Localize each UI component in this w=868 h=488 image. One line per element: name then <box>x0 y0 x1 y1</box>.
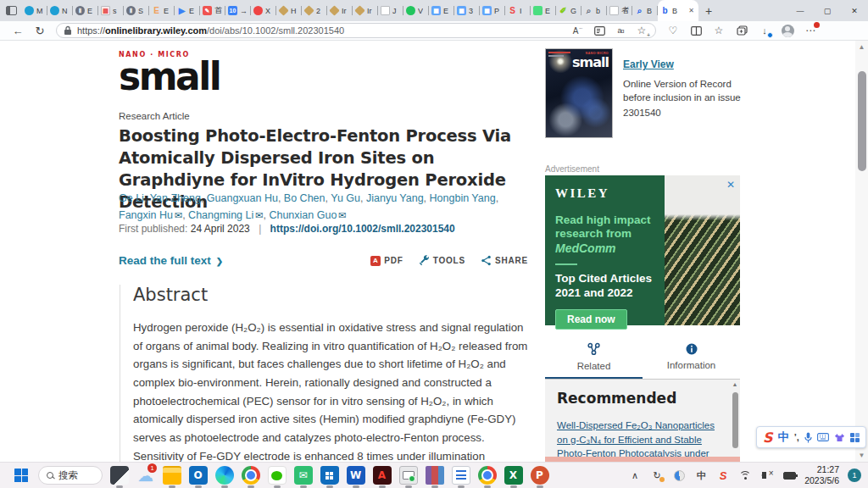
page-scrollbar[interactable]: ▲ ▼ <box>855 41 868 462</box>
read-full-text-link[interactable]: Read the full text❯ <box>119 254 223 267</box>
recommended-scrollbar[interactable]: ▲ <box>731 381 739 462</box>
recommended-article-link[interactable]: Well-Dispersed Fe₂O₃ Nanoparticles on g-… <box>557 419 720 462</box>
browser-tab[interactable]: ▤ s <box>98 0 124 21</box>
early-view-link[interactable]: Early View <box>623 58 674 70</box>
browser[interactable] <box>474 463 500 488</box>
doi-link[interactable]: https://doi.org/10.1002/smll.202301540 <box>270 223 455 235</box>
ad-read-now-button[interactable]: Read now <box>555 309 627 330</box>
author-link[interactable]: Yu Gu <box>331 192 360 204</box>
address-bar[interactable]: https://onlinelibrary.wiley.com/doi/abs/… <box>56 23 656 38</box>
author-link[interactable]: Yan Zheng <box>150 192 201 204</box>
browser-tab[interactable]: E <box>531 0 556 21</box>
browser-tab[interactable]: ⌕ B <box>632 0 658 21</box>
skin-icon[interactable] <box>834 433 845 442</box>
sogou-logo[interactable]: S <box>763 430 773 446</box>
start-button[interactable] <box>8 463 34 488</box>
netdisk-icon[interactable] <box>672 469 686 482</box>
browser-tab[interactable]: M <box>22 0 47 21</box>
read-aloud-icon[interactable]: A⌒ <box>571 24 585 37</box>
scroll-up-icon[interactable]: ▲ <box>855 43 868 51</box>
sync-icon[interactable]: ↻ <box>650 469 664 482</box>
winrar[interactable] <box>421 463 448 488</box>
pdf-button[interactable]: A PDF <box>370 256 403 266</box>
powerpoint[interactable] <box>526 463 553 488</box>
refresh-icon[interactable]: ↻ <box>29 21 51 40</box>
taskbar-clock[interactable]: 21:27 2023/5/6 <box>804 464 839 486</box>
browser-tab[interactable]: ✐ G <box>556 0 581 21</box>
browser-tab[interactable]: Ir <box>327 0 353 21</box>
browser-tab[interactable]: H <box>276 0 302 21</box>
browser-tab[interactable]: E E <box>149 0 175 21</box>
downloads-icon[interactable]: ↓ <box>758 24 771 37</box>
notification-count-badge[interactable]: 1 <box>848 469 861 482</box>
chevron-up-icon[interactable]: ∧ <box>628 469 642 482</box>
tab-information[interactable]: Information <box>643 339 740 380</box>
more-menu-icon[interactable]: ⋯ <box>804 24 817 37</box>
journal-cover-image[interactable]: NANO·MICRO small <box>545 48 613 138</box>
tab-search-menu-button[interactable] <box>0 0 22 21</box>
advertisement[interactable]: WILEY Read high impact research fromMedC… <box>545 175 740 325</box>
email-icon[interactable]: ✉ <box>338 210 346 220</box>
author-link[interactable]: Jianyu Yang <box>366 192 424 204</box>
window-maximize-button[interactable]: ▢ <box>814 0 841 21</box>
browser-tab[interactable]: ▶ E <box>175 0 200 21</box>
author-link[interactable]: Chunxian Guo <box>269 209 337 221</box>
sogou-tray-icon[interactable]: S <box>716 469 730 482</box>
browser-tab[interactable]: ⌕ b <box>581 0 607 21</box>
browser-tab[interactable]: Ir <box>353 0 378 21</box>
browser-tab[interactable]: ✎ 首 <box>200 0 225 21</box>
browser-tab[interactable]: 者 <box>607 0 632 21</box>
tab-related[interactable]: Related <box>545 339 643 380</box>
microphone-icon[interactable] <box>804 432 812 443</box>
author-link[interactable]: Hongbin Yang <box>430 192 496 204</box>
mail[interactable] <box>290 463 316 488</box>
author-link[interactable]: Bo Chen <box>284 192 326 204</box>
author-link[interactable]: Guangxuan Hu <box>207 192 278 204</box>
browser-tab[interactable]: Ⅱ E <box>73 0 98 21</box>
favorites-icon[interactable]: ☆ <box>712 24 726 37</box>
scroll-down-icon[interactable]: ▼ <box>855 452 868 459</box>
wifi-icon[interactable] <box>738 469 752 482</box>
scrollbar-thumb[interactable] <box>732 392 738 448</box>
share-button[interactable]: SHARE <box>481 255 528 266</box>
screen-share[interactable] <box>395 463 421 488</box>
task-view[interactable] <box>106 463 132 488</box>
scrollbar-thumb[interactable] <box>858 71 866 171</box>
scroll-up-icon[interactable]: ▲ <box>731 381 739 387</box>
author-link[interactable]: Ge Li <box>119 192 144 204</box>
chrome[interactable] <box>237 463 264 488</box>
immersive-reader-icon[interactable] <box>593 24 606 37</box>
browser-tab[interactable]: ▦ E <box>429 0 454 21</box>
menu-grid-icon[interactable] <box>850 433 860 442</box>
email-icon[interactable]: ✉ <box>175 210 182 220</box>
author-link[interactable]: Changming Li <box>188 209 253 221</box>
author-link[interactable]: Fangxin Hu <box>119 209 173 221</box>
browser-tab[interactable]: V <box>403 0 429 21</box>
word[interactable] <box>342 463 369 488</box>
window-close-button[interactable]: ✕ <box>841 0 868 21</box>
store[interactable] <box>316 463 342 488</box>
browser-tab[interactable]: 10 → <box>225 0 251 21</box>
back-icon[interactable]: ← <box>7 21 29 40</box>
browser-tab[interactable]: J <box>378 0 403 21</box>
tools-button[interactable]: TOOLS <box>419 255 465 266</box>
journal-logo[interactable]: NANO · MICRO small <box>119 51 220 92</box>
browser-tab[interactable]: Ⅱ S <box>124 0 149 21</box>
volume-mute-icon[interactable] <box>760 469 774 482</box>
battery-icon[interactable] <box>782 469 796 482</box>
acrobat[interactable] <box>369 463 395 488</box>
browser-tab[interactable]: ▦ 3 <box>454 0 480 21</box>
collections-icon[interactable] <box>735 24 748 37</box>
browser-essentials-icon[interactable]: ♡ <box>666 24 680 37</box>
wechat[interactable] <box>264 463 290 488</box>
browser-tab[interactable]: 2 <box>302 0 327 21</box>
notes[interactable] <box>448 463 474 488</box>
outlook[interactable] <box>185 463 211 488</box>
split-screen-icon[interactable] <box>689 24 703 37</box>
browser-tab[interactable]: X <box>251 0 276 21</box>
browser-tab[interactable]: S I <box>505 0 531 21</box>
keyboard-icon[interactable] <box>817 433 829 441</box>
file-explorer[interactable] <box>159 463 185 488</box>
tab-close-icon[interactable]: ✕ <box>687 6 696 15</box>
url-text[interactable]: https://onlinelibrary.wiley.com/doi/abs/… <box>77 25 565 36</box>
